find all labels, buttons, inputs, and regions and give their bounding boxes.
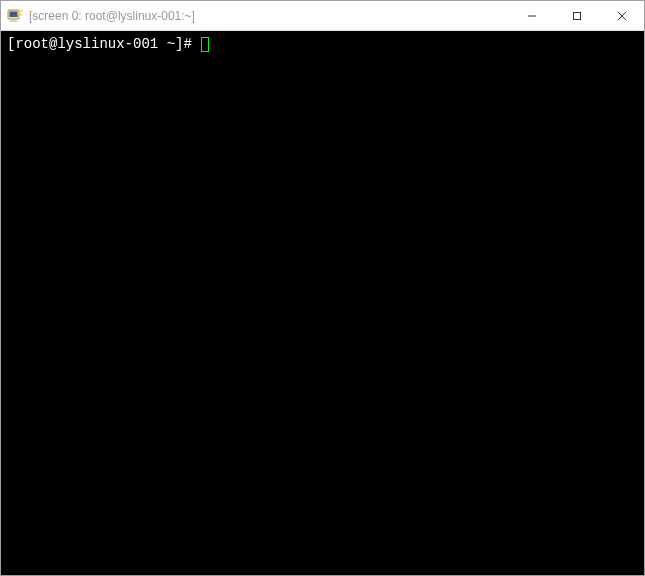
svg-rect-7 [573,12,580,19]
close-button[interactable] [599,1,644,30]
putty-window: [screen 0: root@lyslinux-001:~] [root@ly… [0,0,645,576]
window-controls [509,1,644,30]
putty-icon [7,8,23,24]
maximize-button[interactable] [554,1,599,30]
terminal-area[interactable]: [root@lyslinux-001 ~]# [1,31,644,575]
shell-prompt: [root@lyslinux-001 ~]# [7,36,200,52]
window-title: [screen 0: root@lyslinux-001:~] [29,9,509,23]
svg-rect-2 [11,19,16,21]
svg-rect-3 [10,20,18,21]
svg-rect-1 [10,11,18,17]
minimize-button[interactable] [509,1,554,30]
prompt-line: [root@lyslinux-001 ~]# [7,35,638,53]
titlebar[interactable]: [screen 0: root@lyslinux-001:~] [1,1,644,31]
cursor [201,37,209,52]
